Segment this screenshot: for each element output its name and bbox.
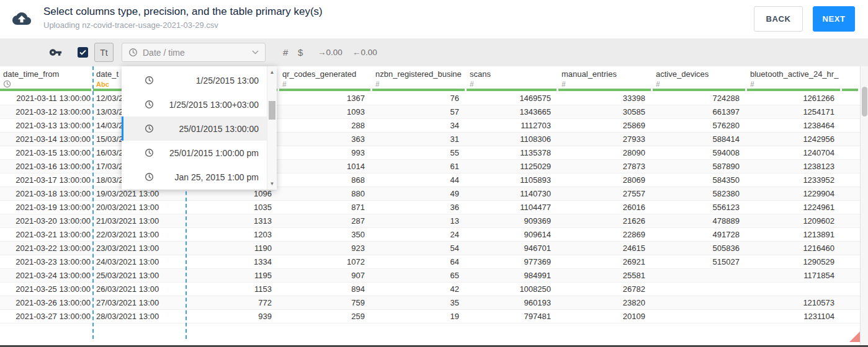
cell: 1108306 xyxy=(467,133,558,146)
cell: 2021-03-11 13:00:00 xyxy=(0,92,93,105)
number-type-label: # xyxy=(282,79,287,89)
number-type-label: # xyxy=(656,79,660,89)
currency-type-button[interactable]: $ xyxy=(298,38,303,66)
date-format-select[interactable]: Date / time xyxy=(122,43,266,62)
column-header-date_time_from[interactable]: date_time_from xyxy=(0,66,93,92)
cell: 1153 xyxy=(186,283,279,296)
format-option-label: Jan 25, 2015 1:00 pm xyxy=(175,172,259,182)
cell: 1105893 xyxy=(467,174,558,187)
cell: 907 xyxy=(279,269,372,282)
primary-key-button[interactable] xyxy=(49,38,62,66)
cell xyxy=(842,174,860,187)
cell: 76 xyxy=(372,92,467,105)
cell: 25581 xyxy=(558,269,653,282)
cell: 2021-03-26 13:00:00 xyxy=(0,296,93,309)
column-header-qr_codes_generated[interactable]: qr_codes_generated# xyxy=(279,66,372,92)
cell: 1213891 xyxy=(747,228,842,241)
cell xyxy=(842,201,860,214)
date-format-select-value: Date / time xyxy=(143,48,185,58)
cell xyxy=(842,119,860,132)
cell: 61 xyxy=(372,160,467,173)
cell: 1171854 xyxy=(747,269,842,282)
cell: 1135378 xyxy=(467,146,558,159)
cell: 27933 xyxy=(558,133,653,146)
quality-bar xyxy=(653,89,745,91)
cell: 724288 xyxy=(653,92,747,105)
page-title: Select columns type, precision, and the … xyxy=(43,6,323,18)
cell xyxy=(842,133,860,146)
column-header-col9[interactable] xyxy=(842,66,860,92)
cell: 588414 xyxy=(653,133,747,146)
cell: 556123 xyxy=(653,201,747,214)
cell: 2021-03-21 13:00:00 xyxy=(0,228,93,241)
include-column-checkbox[interactable] xyxy=(78,38,88,66)
cell: 35 xyxy=(372,296,467,309)
cell: 42 xyxy=(372,283,467,296)
column-header-nzbn_registered_busine[interactable]: nzbn_registered_busine# xyxy=(372,66,467,92)
cell: 576280 xyxy=(653,119,747,132)
dropdown-scrollbar-thumb[interactable] xyxy=(269,101,275,120)
next-button[interactable]: NEXT xyxy=(813,6,855,32)
clock-icon xyxy=(145,172,154,182)
format-option[interactable]: 25/01/2015 1:00:00 pm xyxy=(122,141,267,165)
increase-decimal-button[interactable]: →0.00 xyxy=(318,38,342,66)
cell: 1210573 xyxy=(747,296,842,309)
format-option[interactable]: 1/25/2015 13:00+03:00 xyxy=(122,92,267,116)
chevron-down-icon xyxy=(252,50,259,55)
scroll-up-arrow[interactable]: ▲ xyxy=(267,69,277,75)
number-type-button[interactable]: # xyxy=(283,38,288,66)
scroll-down-arrow[interactable]: ▼ xyxy=(267,181,277,187)
cell: 24 xyxy=(372,228,467,241)
quality-bar xyxy=(842,89,858,91)
table-row: 2021-03-22 13:00:0023/03/2021 13:0011909… xyxy=(0,242,860,255)
cell: 1008250 xyxy=(467,283,558,296)
cell: 2021-03-18 13:00:00 xyxy=(0,187,93,200)
cell: 587890 xyxy=(653,160,747,173)
cell: 287 xyxy=(279,214,372,227)
dropdown-scrollbar[interactable]: ▲ ▼ xyxy=(267,66,277,190)
format-option[interactable]: 1/25/2015 13:00 xyxy=(122,68,267,92)
column-header-active_devices[interactable]: active_devices# xyxy=(653,66,747,92)
column-header-bluetooth_active_24_hr_[interactable]: bluetooth_active_24_hr_# xyxy=(747,66,842,92)
cell: 1290529 xyxy=(747,255,842,268)
cell: 797481 xyxy=(467,310,558,323)
format-option-label: 1/25/2015 13:00+03:00 xyxy=(169,100,259,110)
datetime-type-icon xyxy=(3,79,11,89)
cell: 894 xyxy=(279,283,372,296)
column-header-scans[interactable]: scans# xyxy=(467,66,558,92)
vertical-scrollbar-thumb[interactable] xyxy=(862,87,867,116)
table-row: 2021-03-23 13:00:0024/03/2021 13:0013341… xyxy=(0,255,860,269)
column-header-manual_entries[interactable]: manual_entries# xyxy=(558,66,653,92)
cell: 26016 xyxy=(558,201,653,214)
decrease-decimal-button[interactable]: ←0.00 xyxy=(352,38,377,66)
column-name: date_time_from xyxy=(3,69,92,79)
table-row: 2021-03-26 13:00:0027/03/2021 13:0077275… xyxy=(0,296,860,310)
column-name: nzbn_registered_busine xyxy=(375,69,465,79)
cell xyxy=(653,310,747,323)
corner-error-indicator xyxy=(849,332,860,342)
text-type-button[interactable]: Tt xyxy=(94,38,114,66)
format-option-label: 1/25/2015 13:00 xyxy=(196,76,259,86)
cell xyxy=(653,283,747,296)
cell: 2021-03-17 13:00:00 xyxy=(0,174,93,187)
format-option-label: 25/01/2015 1:00:00 pm xyxy=(169,148,259,158)
back-button[interactable]: BACK xyxy=(754,6,803,32)
vertical-scrollbar[interactable] xyxy=(860,66,868,345)
cell: 984991 xyxy=(467,269,558,282)
cell: 960193 xyxy=(467,296,558,309)
cell: 1233952 xyxy=(747,174,842,187)
cell: 49 xyxy=(372,187,467,200)
format-option-selected[interactable]: 25/01/2015 13:00:00 xyxy=(122,116,267,141)
number-type-label: # xyxy=(375,79,380,89)
cell: 22869 xyxy=(558,228,653,241)
cell: 24/03/2021 13:00 xyxy=(93,255,186,268)
cell: 26921 xyxy=(558,255,653,268)
number-type-label: # xyxy=(562,79,566,89)
cell xyxy=(653,296,747,309)
format-option[interactable]: Jan 25, 2015 1:00 pm xyxy=(122,165,267,189)
column-name: manual_entries xyxy=(562,69,651,79)
cell: 44 xyxy=(372,174,467,187)
clock-icon xyxy=(145,100,154,109)
cell xyxy=(842,160,860,173)
cell: 25/03/2021 13:00 xyxy=(93,269,186,282)
